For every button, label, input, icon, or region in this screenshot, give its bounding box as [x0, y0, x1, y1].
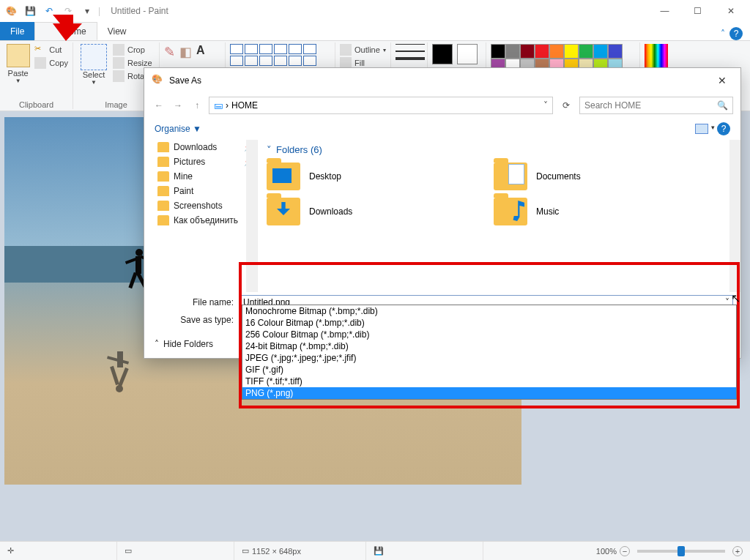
save-qat-icon[interactable]: 💾: [22, 3, 38, 19]
nav-back-button[interactable]: ←: [152, 100, 166, 111]
select-button[interactable]: Select ▼: [78, 44, 110, 86]
crop-icon: [113, 44, 125, 56]
close-button[interactable]: ✕: [714, 1, 747, 21]
tree-item[interactable]: Paint: [144, 184, 257, 198]
folder-item[interactable]: Music: [494, 198, 699, 225]
maximize-button[interactable]: ☐: [681, 1, 714, 21]
folder-item[interactable]: Desktop: [267, 163, 472, 190]
savetype-option[interactable]: 16 Colour Bitmap (*.bmp;*.dib): [242, 317, 736, 329]
folder-large-icon: [494, 198, 527, 225]
palette-swatch[interactable]: [579, 44, 593, 59]
nav-up-button[interactable]: ↑: [190, 100, 204, 111]
palette-swatch[interactable]: [608, 44, 623, 59]
chevron-down-icon: ˅: [267, 144, 272, 155]
chevron-up-icon: ˄: [155, 339, 159, 349]
palette-swatch[interactable]: [564, 44, 579, 59]
savetype-dropdown-list[interactable]: Monochrome Bitmap (*.bmp;*.dib)16 Colour…: [242, 305, 737, 400]
search-icon: 🔍: [717, 100, 728, 111]
eraser-icon[interactable]: ◧: [179, 44, 192, 60]
tree-item[interactable]: Screenshots: [144, 198, 257, 213]
pencil-icon[interactable]: ✎: [164, 44, 175, 60]
resize-icon: [113, 57, 125, 69]
folder-icon: [157, 142, 169, 152]
savetype-option[interactable]: 24-bit Bitmap (*.bmp;*.dib): [242, 340, 736, 352]
zoom-level: 100%: [596, 547, 617, 556]
hide-folders-button[interactable]: ˄Hide Folders: [155, 339, 213, 349]
paint-app-icon: 🎨: [3, 3, 19, 19]
savetype-option[interactable]: TIFF (*.tif;*.tiff): [242, 376, 736, 387]
folder-icon: [157, 186, 169, 196]
tree-item[interactable]: Downloads📌: [144, 140, 257, 154]
view-options-button[interactable]: [695, 124, 708, 134]
select-icon: [81, 44, 107, 70]
rotate-icon: [113, 70, 125, 82]
paste-button[interactable]: Paste ▼: [4, 44, 31, 84]
filename-label: File name:: [152, 297, 240, 307]
zoom-slider[interactable]: [637, 550, 725, 553]
group-clipboard-label: Clipboard: [4, 100, 68, 109]
canvas-dims: 1152 × 648px: [252, 547, 301, 556]
folder-icon: [157, 201, 169, 211]
stroke-width-button[interactable]: [396, 44, 425, 48]
folder-icon: [157, 215, 169, 225]
folder-item[interactable]: Downloads: [267, 198, 472, 225]
zoom-in-button[interactable]: +: [732, 546, 743, 556]
zoom-out-button[interactable]: −: [620, 546, 630, 556]
tree-item[interactable]: Mine: [144, 169, 257, 184]
tab-view[interactable]: View: [97, 22, 137, 40]
savetype-option[interactable]: Monochrome Bitmap (*.bmp;*.dib): [242, 305, 736, 317]
search-input[interactable]: Search HOME 🔍: [579, 97, 733, 114]
savetype-option[interactable]: JPEG (*.jpg;*.jpeg;*.jpe;*.jfif): [242, 352, 736, 364]
organise-button[interactable]: Organise ▼: [155, 124, 201, 134]
folders-header[interactable]: ˅Folders (6): [267, 144, 732, 155]
title-bar: 🎨 💾 ↶ ↷ ▾ | Untitled - Paint — ☐ ✕: [0, 0, 750, 22]
tree-scrollbar[interactable]: [246, 140, 257, 292]
tree-item[interactable]: Как объединить: [144, 213, 257, 228]
copy-icon: [34, 57, 46, 69]
text-icon[interactable]: A: [196, 44, 205, 57]
folder-icon: [157, 171, 169, 182]
ribbon-minimize-icon[interactable]: ˄: [721, 29, 725, 39]
file-size-icon: 💾: [374, 546, 384, 556]
color2-box[interactable]: [457, 44, 478, 64]
savetype-option[interactable]: PNG (*.png): [242, 387, 736, 399]
color1-box[interactable]: [432, 44, 453, 64]
outline-icon: [340, 44, 352, 56]
drive-icon: 🖴: [214, 100, 223, 111]
palette-swatch[interactable]: [520, 44, 535, 59]
palette-swatch[interactable]: [505, 44, 520, 59]
nav-forward-button[interactable]: →: [171, 100, 185, 111]
canvas-size-icon: ▭: [242, 546, 249, 556]
dialog-title: Save As: [169, 75, 201, 86]
minimize-button[interactable]: —: [648, 1, 681, 21]
dialog-close-button[interactable]: ✕: [711, 75, 733, 86]
tab-file[interactable]: File: [0, 22, 34, 40]
refresh-button[interactable]: ⟳: [557, 100, 575, 111]
help-icon[interactable]: ?: [729, 27, 743, 40]
main-scrollbar[interactable]: [729, 140, 740, 292]
palette-swatch[interactable]: [535, 44, 549, 59]
copy-button[interactable]: Copy: [34, 57, 68, 69]
palette-swatch[interactable]: [491, 44, 505, 59]
folder-item[interactable]: Documents: [494, 163, 699, 190]
nav-tree[interactable]: Downloads📌Pictures📌MinePaintScreenshotsК…: [144, 140, 258, 292]
window-title: Untitled - Paint: [111, 6, 168, 16]
tree-item[interactable]: Pictures📌: [144, 154, 257, 169]
savetype-label: Save as type:: [152, 315, 240, 325]
savetype-option[interactable]: GIF (*.gif): [242, 364, 736, 376]
address-bar[interactable]: 🖴 › HOME ˅: [209, 97, 553, 114]
annotation-red-arrow: [53, 15, 82, 46]
breadcrumb-dropdown-icon[interactable]: ˅: [543, 100, 548, 111]
palette-swatch[interactable]: [549, 44, 564, 59]
outline-button[interactable]: Outline▾: [340, 44, 386, 56]
crop-button[interactable]: Crop: [113, 44, 152, 56]
selection-size-icon: ▭: [125, 546, 132, 556]
savetype-option[interactable]: 256 Colour Bitmap (*.bmp;*.dib): [242, 329, 736, 340]
svg-marker-0: [53, 15, 82, 41]
folder-icon: [157, 157, 169, 167]
folder-large-icon: [267, 163, 300, 190]
ribbon-tabs: File Homeome View ˄ ?: [0, 22, 750, 41]
dialog-help-icon[interactable]: ?: [717, 122, 730, 135]
scissors-icon: ✂: [34, 44, 46, 56]
palette-swatch[interactable]: [593, 44, 608, 59]
